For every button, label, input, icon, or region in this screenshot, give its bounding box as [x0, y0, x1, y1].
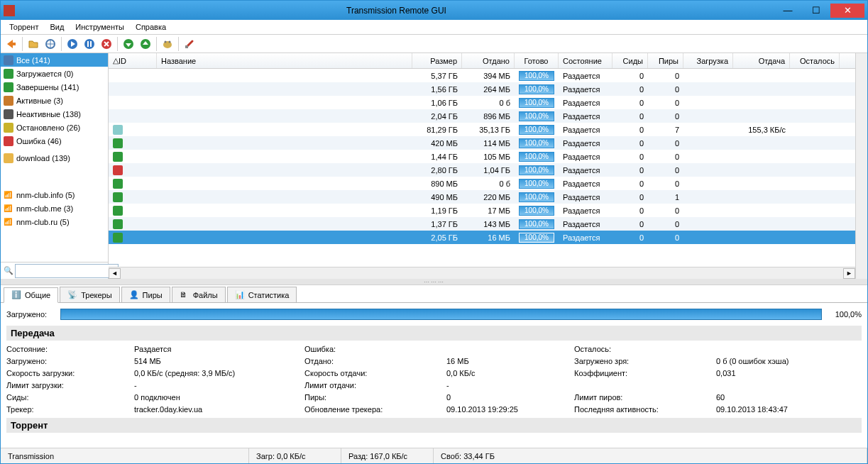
- sidebar-item-label: nnm-club.ru (5): [16, 218, 70, 226]
- alt-speed-button[interactable]: [160, 36, 175, 52]
- scroll-right-button[interactable]: ►: [843, 268, 855, 279]
- torrent-row[interactable]: 1,44 ГБ105 МБ100,0%Раздается00: [109, 150, 855, 163]
- sidebar-tracker-item[interactable]: 📶nnm-club.me (3): [1, 201, 108, 215]
- menu-help[interactable]: Справка: [130, 21, 172, 33]
- info-value: 0,031: [716, 369, 837, 377]
- status-download[interactable]: Загр: 0,0 КБ/с: [249, 448, 341, 463]
- pause-button[interactable]: [82, 36, 97, 52]
- progress-bar: 100,0%: [519, 71, 554, 81]
- torrent-row[interactable]: 1,19 ГБ17 МБ100,0%Раздается00: [109, 204, 855, 217]
- torrent-status-icon: [113, 179, 123, 189]
- sidebar-tracker-item[interactable]: 📶nnm-club.info (5): [1, 188, 108, 201]
- sidebar-status-item[interactable]: Загружается (0): [1, 67, 108, 80]
- add-url-button[interactable]: [43, 36, 58, 52]
- status-icon: [4, 109, 13, 119]
- info-key: Осталось:: [574, 345, 716, 353]
- remove-button[interactable]: [99, 36, 114, 52]
- col-dl[interactable]: Загрузка: [683, 53, 733, 68]
- start-all-button[interactable]: [121, 36, 136, 52]
- torrent-row[interactable]: 2,04 ГБ896 МБ100,0%Раздается00: [109, 109, 855, 123]
- menu-torrent[interactable]: Торрент: [4, 21, 44, 33]
- info-key: Трекер:: [6, 405, 134, 414]
- sidebar-item-label: Завершены (141): [16, 83, 79, 92]
- info-key: Пиры:: [304, 393, 446, 402]
- menu-tools[interactable]: Инструменты: [70, 21, 130, 33]
- col-ul[interactable]: Отдача: [733, 53, 790, 68]
- progress-bar: 100,0%: [519, 98, 554, 108]
- scroll-left-button[interactable]: ◄: [109, 268, 121, 279]
- sort-asc-icon: △: [113, 56, 119, 65]
- search-icon: 🔍: [4, 266, 13, 275]
- torrent-row[interactable]: 81,29 ГБ35,13 ГБ100,0%Раздается07155,3 К…: [109, 123, 855, 136]
- col-state[interactable]: Состояние: [559, 53, 612, 68]
- search-input[interactable]: [15, 264, 119, 278]
- torrent-row[interactable]: 1,56 ГБ264 МБ100,0%Раздается00: [109, 82, 855, 96]
- downloaded-label: Загружено:: [6, 310, 56, 319]
- torrent-list[interactable]: 5,37 ГБ394 МБ100,0%Раздается001,56 ГБ264…: [109, 69, 855, 267]
- progress-bar: 100,0%: [519, 111, 554, 121]
- col-peers[interactable]: Пиры: [648, 53, 683, 68]
- col-sent[interactable]: Отдано: [462, 53, 515, 68]
- torrent-row[interactable]: 2,05 ГБ16 МБ100,0%Раздается00: [109, 231, 855, 244]
- info-key: Лимит загрузки:: [6, 381, 134, 390]
- sidebar-status-item[interactable]: Все (141): [1, 53, 108, 67]
- v-scrollbar[interactable]: [855, 53, 867, 279]
- maximize-button[interactable]: ☐: [802, 4, 830, 18]
- torrent-row[interactable]: 1,37 ГБ143 МБ100,0%Раздается00: [109, 217, 855, 231]
- col-seeds[interactable]: Сиды: [612, 53, 648, 68]
- progress-bar: 100,0%: [519, 152, 554, 162]
- info-value: 60: [716, 393, 837, 402]
- close-button[interactable]: ✕: [830, 4, 864, 18]
- splitter[interactable]: ⋯⋯⋯: [1, 279, 867, 285]
- sidebar-status-item[interactable]: Активные (3): [1, 94, 108, 107]
- status-upload[interactable]: Разд: 167,0 КБ/с: [341, 448, 434, 463]
- sidebar-status-item[interactable]: Ошибка (46): [1, 134, 108, 148]
- sidebar-status-item[interactable]: Остановлено (26): [1, 121, 108, 134]
- col-eta[interactable]: Осталось: [790, 53, 840, 68]
- downloaded-pct: 100,0%: [826, 310, 862, 319]
- info-key: Отдано:: [304, 357, 446, 365]
- antenna-icon: 📶: [4, 204, 13, 212]
- pause-all-button[interactable]: [138, 36, 153, 52]
- svg-point-7: [165, 40, 167, 43]
- svg-point-2: [84, 39, 94, 49]
- tab-trackers[interactable]: 📡Трекеры: [60, 287, 119, 302]
- tab-files[interactable]: 🗎Файлы: [172, 287, 226, 302]
- col-id[interactable]: △ ID: [109, 53, 157, 68]
- open-button[interactable]: [26, 36, 41, 52]
- sidebar-status-item[interactable]: Завершены (141): [1, 80, 108, 94]
- info-key: Коэффициент:: [574, 369, 716, 377]
- downloaded-progress: Загружено: 100,0%: [6, 306, 862, 323]
- tab-stats[interactable]: 📊Статистика: [227, 287, 297, 302]
- torrent-row[interactable]: 490 МБ220 МБ100,0%Раздается01: [109, 190, 855, 204]
- info-icon: ℹ️: [11, 290, 21, 300]
- tab-peers[interactable]: 👤Пиры: [121, 287, 170, 302]
- col-size[interactable]: Размер: [412, 53, 462, 68]
- torrent-row[interactable]: 2,80 ГБ1,04 ГБ100,0%Раздается00: [109, 163, 855, 177]
- status-icon: [4, 96, 13, 106]
- minimize-button[interactable]: —: [774, 4, 802, 18]
- torrent-row[interactable]: 890 МБ0 б100,0%Раздается00: [109, 177, 855, 190]
- sidebar: Все (141)Загружается (0)Завершены (141)А…: [1, 53, 109, 279]
- h-scrollbar[interactable]: ◄ ►: [109, 267, 855, 279]
- app-icon: [4, 5, 15, 16]
- start-button[interactable]: [65, 36, 80, 52]
- torrent-row[interactable]: 1,06 ГБ0 б100,0%Раздается00: [109, 96, 855, 109]
- col-done[interactable]: Готово: [515, 53, 559, 68]
- connect-button[interactable]: [4, 36, 19, 52]
- info-value: [716, 345, 837, 353]
- menu-view[interactable]: Вид: [44, 21, 70, 33]
- tab-general[interactable]: ℹ️Общие: [4, 287, 58, 303]
- settings-button[interactable]: [182, 36, 197, 52]
- torrent-row[interactable]: 420 МБ114 МБ100,0%Раздается00: [109, 136, 855, 150]
- sidebar-tracker-item[interactable]: 📶nnm-club.ru (5): [1, 215, 108, 228]
- info-key: Ошибка:: [304, 345, 446, 353]
- info-value: 0 подключен: [134, 393, 304, 402]
- bottom-panel: ℹ️Общие 📡Трекеры 👤Пиры 🗎Файлы 📊Статистик…: [1, 285, 867, 448]
- torrent-row[interactable]: 5,37 ГБ394 МБ100,0%Раздается00: [109, 69, 855, 82]
- torrent-heading: Торрент: [6, 418, 862, 433]
- sidebar-status-item[interactable]: Неактивные (138): [1, 107, 108, 121]
- sidebar-item-label: Остановлено (26): [16, 123, 80, 132]
- col-name[interactable]: Название: [157, 53, 412, 68]
- sidebar-folder-item[interactable]: download (139): [1, 151, 108, 165]
